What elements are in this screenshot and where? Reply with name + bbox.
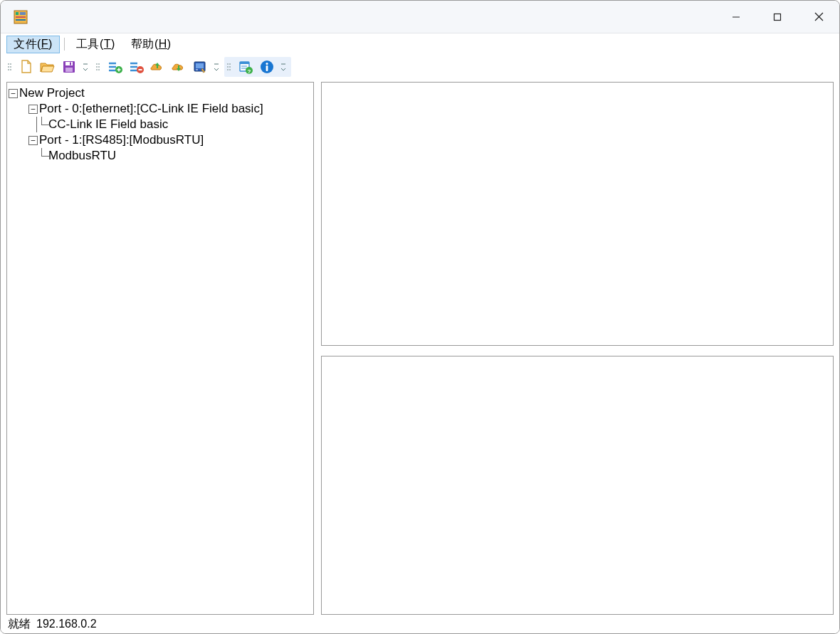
toolbar-overflow[interactable]: [80, 57, 90, 77]
toolbar-handle[interactable]: [8, 58, 12, 75]
svg-rect-10: [65, 62, 73, 65]
device-icon: [192, 60, 208, 74]
remove-node-icon: [128, 60, 144, 74]
toolbar-handle[interactable]: [96, 58, 100, 75]
save-button[interactable]: [59, 57, 79, 77]
tree-port-label[interactable]: Port - 1:[RS485]:[ModbusRTU]: [39, 132, 204, 148]
minimize-button[interactable]: [715, 1, 757, 33]
svg-text:?: ?: [248, 68, 251, 75]
close-icon: [814, 12, 824, 21]
tree-collapse-toggle[interactable]: −: [28, 136, 38, 145]
menu-tools[interactable]: 工具(T): [69, 36, 122, 53]
device-button[interactable]: [190, 57, 210, 77]
svg-rect-30: [240, 62, 249, 64]
menu-separator: [64, 38, 65, 51]
menubar: 文件(F) 工具(T) 帮助(H): [1, 33, 839, 55]
svg-rect-4: [16, 19, 26, 21]
statusbar: 就绪 192.168.0.2: [1, 615, 839, 633]
tree-collapse-toggle[interactable]: −: [9, 89, 18, 98]
maximize-icon: [773, 13, 782, 21]
svg-rect-12: [70, 63, 71, 65]
open-folder-icon: [40, 59, 56, 75]
svg-rect-1: [16, 12, 19, 15]
upload-button[interactable]: [147, 57, 167, 77]
toolbar-handle[interactable]: [227, 58, 231, 75]
svg-rect-3: [16, 16, 26, 18]
svg-rect-11: [65, 68, 73, 72]
open-button[interactable]: [38, 57, 58, 77]
svg-point-36: [266, 63, 268, 65]
save-icon: [62, 60, 76, 74]
info-icon: [259, 59, 275, 75]
app-icon: [9, 6, 32, 28]
diagnose-button[interactable]: ?: [236, 57, 256, 77]
detail-panel-top: [321, 82, 834, 346]
tree-protocol-label[interactable]: ModbusRTU: [48, 148, 116, 164]
main-area: − New Project − Port - 0:[ethernet]:[CC-…: [1, 79, 839, 615]
minimize-icon: [732, 13, 740, 21]
new-file-button[interactable]: [16, 57, 36, 77]
status-ip: 192.168.0.2: [36, 618, 97, 630]
toolbar-overflow[interactable]: [278, 57, 288, 77]
project-tree-panel: − New Project − Port - 0:[ethernet]:[CC-…: [6, 82, 314, 615]
toolbar-overflow[interactable]: [211, 57, 221, 77]
detail-panel-bottom: [321, 356, 834, 615]
download-button[interactable]: [169, 57, 189, 77]
svg-rect-2: [20, 12, 26, 15]
tree-protocol-label[interactable]: CC-Link IE Field basic: [48, 117, 168, 132]
remove-node-button[interactable]: [126, 57, 146, 77]
tree-root-label[interactable]: New Project: [19, 85, 85, 101]
download-icon: [171, 60, 187, 74]
upload-icon: [149, 60, 165, 74]
diagnose-icon: ?: [238, 59, 253, 75]
new-file-icon: [19, 59, 33, 75]
add-node-icon: [107, 60, 122, 74]
svg-rect-26: [196, 63, 204, 68]
menu-help[interactable]: 帮助(H): [124, 36, 179, 53]
toolbar: ?: [1, 55, 839, 79]
info-button[interactable]: [257, 57, 277, 77]
project-tree[interactable]: − New Project − Port - 0:[ethernet]:[CC-…: [9, 85, 312, 164]
add-node-button[interactable]: [105, 57, 125, 77]
tree-collapse-toggle[interactable]: −: [28, 105, 38, 114]
menu-file[interactable]: 文件(F): [6, 36, 60, 53]
status-ready: 就绪: [8, 617, 31, 632]
titlebar: [1, 1, 839, 33]
svg-rect-6: [775, 14, 781, 20]
tree-port-label[interactable]: Port - 0:[ethernet]:[CC-Link IE Field ba…: [39, 101, 263, 117]
maximize-button[interactable]: [757, 1, 798, 33]
close-button[interactable]: [798, 1, 839, 33]
svg-rect-37: [266, 65, 268, 71]
